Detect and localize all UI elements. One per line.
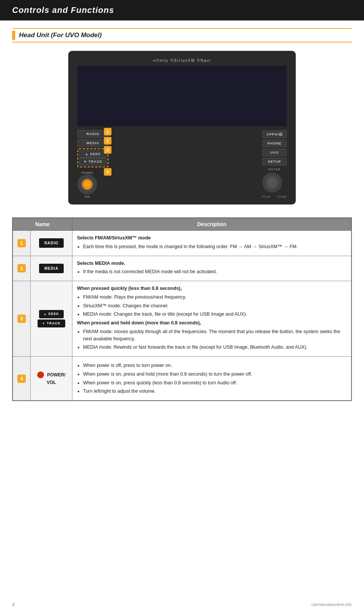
seek-btn-label: SEEK	[39, 310, 63, 318]
power-row: POWER/	[37, 371, 66, 378]
page-footer-num: 2	[12, 602, 14, 607]
page-title: Controls and Functions	[0, 0, 364, 20]
hu-media-wrapper: MEDIA 2	[77, 139, 108, 147]
page-title-text: Controls and Functions	[12, 5, 114, 15]
row-3-b1: FM/AM mode: Plays the previous/next freq…	[83, 294, 347, 301]
section-title: Head Unit (For UVO Model)	[19, 31, 102, 40]
row-2-bullet-1: If the media is not connected MEDIA mode…	[83, 268, 347, 275]
hu-seek-track-wrapper: ▲ SEEK ▼ TRACK 3	[77, 148, 108, 167]
hu-file-label: FILE	[262, 195, 270, 198]
hu-setup-btn[interactable]: SETUP	[262, 158, 287, 165]
row-num-4: 4	[13, 357, 31, 401]
hu-brand-bar: ∞finity ©SiriusXM ©Navi	[77, 58, 287, 63]
badge-3: 3	[104, 146, 111, 154]
table-row: 3 SEEK TRACK When pres	[13, 281, 351, 357]
num-badge-2: 2	[17, 264, 26, 272]
row-4-b1: When power is off, press to turn power o…	[83, 362, 347, 369]
track-btn-label: TRACK	[38, 319, 65, 328]
seek-track-btns: SEEK TRACK	[35, 310, 67, 327]
seek-up-icon	[44, 312, 47, 317]
badge-1: 1	[104, 128, 111, 135]
hu-uvo-btn[interactable]: UVO	[262, 149, 287, 156]
hu-vol-text: VOL	[77, 195, 97, 198]
hu-power-wrapper: POWER VOL 4	[77, 170, 108, 198]
row-3-b2: SiriusXM™ mode: Changes the channel.	[83, 302, 347, 310]
row-desc-4: When power is off, press to turn power o…	[72, 357, 352, 401]
hu-enter-label: ENTER	[262, 168, 287, 171]
num-badge-3: 3	[17, 315, 26, 323]
row-desc-2: Selects MEDIA mode. If the media is not …	[72, 256, 352, 281]
num-badge-1: 1	[17, 239, 26, 247]
table-row: 1 RADIO Selects FM/AM/SiriusXM™ mode Eac…	[13, 231, 351, 256]
track-label: TRACK	[47, 321, 61, 326]
seek-label: SEEK	[48, 312, 59, 317]
hu-left-controls: RADIO 1 MEDIA 2 ▲ SEEK ▼ TRACK 3	[77, 130, 108, 198]
row-4-b3: When power is on, press quickly (less th…	[83, 379, 347, 387]
row-4-bullets: When power is off, press to turn power o…	[77, 362, 347, 395]
table-row: 2 MEDIA Selects MEDIA mode. If the media…	[13, 256, 351, 281]
power-text: POWER/	[47, 371, 66, 378]
section-accent	[12, 31, 15, 40]
row-btn-3: SEEK TRACK	[31, 281, 72, 357]
row-3-b3: MEDIA mode: Changes the track, file or t…	[83, 311, 347, 318]
hu-tune-label: TUNE	[277, 195, 287, 198]
hu-controls-row: RADIO 1 MEDIA 2 ▲ SEEK ▼ TRACK 3	[77, 130, 287, 198]
row-3-para-2: When pressed and held down (more than 0.…	[77, 319, 347, 327]
hu-screen	[77, 66, 287, 126]
row-4-b4: Turn left/right to adjust the volume.	[83, 388, 347, 395]
head-unit-diagram: ∞finity ©SiriusXM ©Navi RADIO 1 MEDIA 2	[68, 51, 296, 205]
row-1-bullets: Each time this is pressed, the mode is c…	[77, 243, 347, 250]
row-btn-1: RADIO	[31, 231, 72, 256]
power-label-group: POWER/ VOL	[35, 371, 67, 386]
hu-apps-btn[interactable]: APPS/⏻	[262, 131, 287, 138]
row-2-bullets: If the media is not connected MEDIA mode…	[77, 268, 347, 275]
radio-btn-label: RADIO	[39, 238, 64, 248]
hu-seek-btn[interactable]: ▲ SEEK	[79, 150, 107, 158]
badge-2: 2	[104, 137, 111, 145]
hu-knob-inner	[82, 179, 93, 190]
power-icon	[37, 371, 44, 378]
row-num-3: 3	[13, 281, 31, 357]
vol-text: VOL	[47, 379, 56, 386]
section-header: Head Unit (For UVO Model)	[12, 28, 352, 42]
head-unit-image-wrapper: ∞finity ©SiriusXM ©Navi RADIO 1 MEDIA 2	[12, 51, 352, 214]
seek-down-icon	[42, 321, 45, 326]
row-btn-4: POWER/ VOL	[31, 357, 72, 401]
hu-tune-knob[interactable]	[262, 173, 282, 192]
row-num-2: 2	[13, 256, 31, 281]
badge-4: 4	[104, 168, 111, 176]
row-4-b2: When power is on, press and hold (more t…	[83, 371, 347, 378]
row-1-bullet-1: Each time this is pressed, the mode is c…	[83, 243, 347, 250]
num-badge-4: 4	[17, 374, 26, 383]
row-3-b4: FM/AM mode: moves quickly through all of…	[83, 328, 347, 343]
hu-power-text: POWER	[77, 171, 97, 175]
row-btn-2: MEDIA	[31, 256, 72, 281]
hu-brand-text: ∞finity ©SiriusXM ©Navi	[153, 58, 211, 63]
table-header-name: Name	[13, 218, 72, 231]
hu-power-knob[interactable]	[77, 175, 97, 194]
hu-track-btn[interactable]: ▼ TRACK	[79, 158, 107, 165]
row-3-bullets-1: FM/AM mode: Plays the previous/next freq…	[77, 294, 347, 318]
media-btn-label: MEDIA	[39, 264, 64, 273]
hu-phone-btn[interactable]: PHONE	[262, 140, 287, 147]
table-header-desc: Description	[72, 218, 352, 231]
info-table: Name Description 1 RADIO Selects FM/AM/S…	[12, 217, 352, 401]
row-2-title: Selects MEDIA mode.	[77, 261, 125, 266]
row-num-1: 1	[13, 231, 31, 256]
hu-bottom-labels: FILE TUNE	[262, 195, 287, 198]
row-3-para-1: When pressed quickly (less than 0.8 seco…	[77, 285, 347, 292]
row-desc-3: When pressed quickly (less than 0.8 seco…	[72, 281, 352, 357]
hu-right-controls: APPS/⏻ PHONE UVO SETUP ENTER FILE TUNE	[262, 131, 287, 198]
hu-power-label-group: POWER VOL	[77, 170, 97, 198]
row-3-bullets-2: FM/AM mode: moves quickly through all of…	[77, 328, 347, 351]
row-1-title: Selects FM/AM/SiriusXM™ mode	[77, 235, 151, 241]
row-desc-1: Selects FM/AM/SiriusXM™ mode Each time t…	[72, 231, 352, 256]
row-3-b5: MEDIA mode: Rewinds or fast forwards the…	[83, 344, 347, 351]
table-row: 4 POWER/ VOL When power is off, press to…	[13, 357, 351, 401]
hu-radio-wrapper: RADIO 1	[77, 130, 108, 138]
watermark: carmanualsonline.info	[311, 602, 352, 607]
